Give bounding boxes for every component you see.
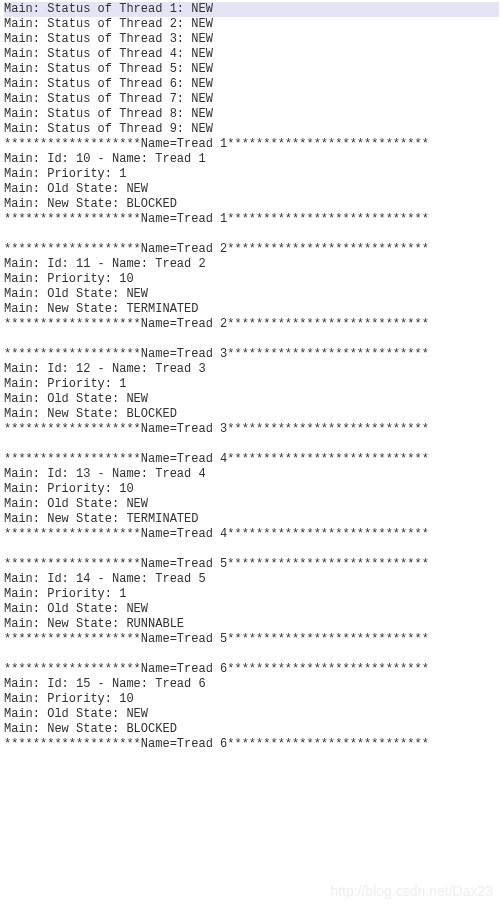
thread-id-line: Main: Id: 15 - Name: Tread 6 [4,677,499,692]
thread-priority-line: Main: Priority: 10 [4,272,499,287]
thread-block-header: *******************Name=Tread 6*********… [4,662,499,677]
thread-old-state-line: Main: Old State: NEW [4,497,499,512]
thread-block-header: *******************Name=Tread 4*********… [4,452,499,467]
thread-new-state-line: Main: New State: RUNNABLE [4,617,499,632]
thread-priority-line: Main: Priority: 1 [4,377,499,392]
thread-id-line: Main: Id: 13 - Name: Tread 4 [4,467,499,482]
thread-priority-line: Main: Priority: 10 [4,692,499,707]
console-line: Main: Status of Thread 9: NEW [4,122,499,137]
thread-block-footer: *******************Name=Tread 1*********… [4,212,499,227]
thread-block-footer: *******************Name=Tread 5*********… [4,632,499,647]
thread-old-state-line: Main: Old State: NEW [4,287,499,302]
thread-block-header: *******************Name=Tread 2*********… [4,242,499,257]
thread-priority-line: Main: Priority: 1 [4,167,499,182]
console-output: Main: Status of Thread 1: NEW Main: Stat… [0,0,503,754]
thread-id-line: Main: Id: 14 - Name: Tread 5 [4,572,499,587]
watermark: http://blog.csdn.net/Dax23 [330,883,493,899]
thread-new-state-line: Main: New State: TERMINATED [4,512,499,527]
thread-priority-line: Main: Priority: 1 [4,587,499,602]
thread-old-state-line: Main: Old State: NEW [4,602,499,617]
thread-new-state-line: Main: New State: BLOCKED [4,722,499,737]
console-line: Main: Status of Thread 7: NEW [4,92,499,107]
blank-line [4,437,499,452]
thread-block-footer: *******************Name=Tread 3*********… [4,422,499,437]
thread-new-state-line: Main: New State: TERMINATED [4,302,499,317]
blank-line [4,542,499,557]
thread-new-state-line: Main: New State: BLOCKED [4,407,499,422]
blank-line [4,647,499,662]
thread-old-state-line: Main: Old State: NEW [4,707,499,722]
blank-line [4,227,499,242]
thread-block-header: *******************Name=Tread 3*********… [4,347,499,362]
thread-old-state-line: Main: Old State: NEW [4,392,499,407]
thread-block-footer: *******************Name=Tread 2*********… [4,317,499,332]
thread-priority-line: Main: Priority: 10 [4,482,499,497]
thread-new-state-line: Main: New State: BLOCKED [4,197,499,212]
console-line[interactable]: Main: Status of Thread 1: NEW [4,2,499,17]
console-line: Main: Status of Thread 8: NEW [4,107,499,122]
thread-id-line: Main: Id: 10 - Name: Tread 1 [4,152,499,167]
console-line: Main: Status of Thread 3: NEW [4,32,499,47]
thread-block-header: *******************Name=Tread 5*********… [4,557,499,572]
console-line: Main: Status of Thread 2: NEW [4,17,499,32]
console-line: Main: Status of Thread 6: NEW [4,77,499,92]
console-line: Main: Status of Thread 5: NEW [4,62,499,77]
console-line: Main: Status of Thread 4: NEW [4,47,499,62]
thread-block-header: *******************Name=Tread 1*********… [4,137,499,152]
thread-block-footer: *******************Name=Tread 4*********… [4,527,499,542]
thread-old-state-line: Main: Old State: NEW [4,182,499,197]
thread-block-footer: *******************Name=Tread 6*********… [4,737,499,752]
thread-id-line: Main: Id: 12 - Name: Tread 3 [4,362,499,377]
thread-id-line: Main: Id: 11 - Name: Tread 2 [4,257,499,272]
blank-line [4,332,499,347]
